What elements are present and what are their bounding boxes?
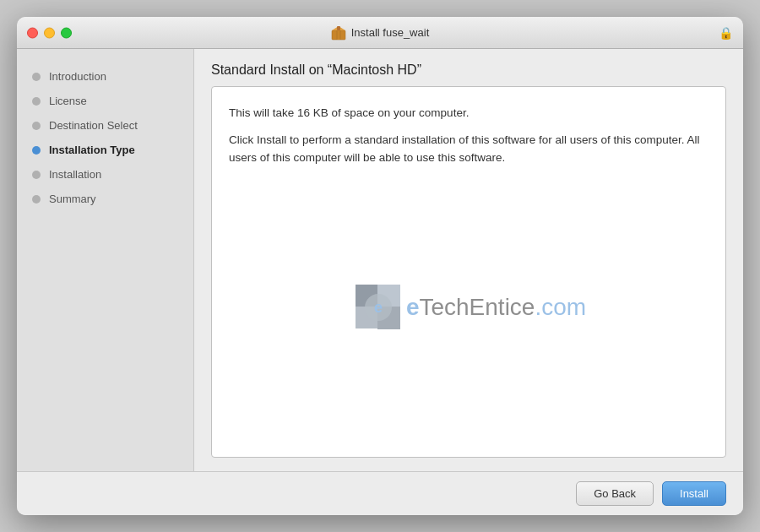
- watermark-text: eTechEntice.com: [406, 294, 586, 321]
- sidebar: Introduction License Destination Select …: [17, 49, 194, 471]
- sidebar-item-destination-select[interactable]: Destination Select: [17, 115, 193, 136]
- description-line2: Click Install to perform a standard inst…: [229, 131, 708, 167]
- maximize-button[interactable]: [61, 27, 72, 38]
- section-title: Standard Install on “Macintosh HD”: [211, 62, 726, 78]
- sidebar-label-destination-select: Destination Select: [49, 119, 138, 132]
- installer-window: Install fuse_wait 🔒 Introduction License…: [17, 17, 743, 515]
- sidebar-label-introduction: Introduction: [49, 70, 106, 83]
- window-title: Install fuse_wait: [351, 26, 430, 39]
- main-panel: Standard Install on “Macintosh HD” This …: [194, 49, 743, 471]
- install-button[interactable]: Install: [662, 481, 726, 506]
- window-content: Introduction License Destination Select …: [17, 49, 743, 471]
- sidebar-label-license: License: [49, 95, 87, 107]
- svg-text:e: e: [374, 299, 383, 316]
- watermark-area: e eTechEntice.com: [229, 176, 708, 440]
- svg-rect-3: [337, 26, 340, 30]
- sidebar-item-introduction[interactable]: Introduction: [17, 66, 193, 87]
- description-line1: This will take 16 KB of space on your co…: [229, 104, 469, 122]
- footer: Go Back Install: [17, 471, 743, 515]
- title-bar: Install fuse_wait 🔒: [17, 17, 743, 49]
- sidebar-bullet-destination-select: [32, 122, 41, 130]
- watermark-logo: e eTechEntice.com: [351, 280, 586, 335]
- install-box: This will take 16 KB of space on your co…: [211, 86, 726, 458]
- svg-rect-4: [337, 30, 340, 40]
- package-icon: [331, 25, 346, 41]
- sidebar-bullet-introduction: [32, 73, 41, 81]
- sidebar-label-summary: Summary: [49, 193, 96, 205]
- sidebar-item-summary[interactable]: Summary: [17, 188, 193, 209]
- tech-entice-label: eTechEntice.com: [406, 294, 586, 321]
- traffic-lights: [27, 27, 72, 38]
- sidebar-label-installation: Installation: [49, 168, 101, 181]
- sidebar-bullet-summary: [32, 195, 41, 204]
- go-back-button[interactable]: Go Back: [576, 481, 654, 506]
- sidebar-bullet-installation-type: [32, 146, 41, 155]
- title-bar-content: Install fuse_wait: [331, 25, 430, 41]
- lock-icon: 🔒: [719, 26, 733, 40]
- techentice-logo-icon: e: [351, 280, 406, 335]
- sidebar-bullet-installation: [32, 171, 41, 179]
- sidebar-bullet-license: [32, 97, 41, 106]
- sidebar-item-installation[interactable]: Installation: [17, 164, 193, 185]
- close-button[interactable]: [27, 27, 38, 38]
- sidebar-item-license[interactable]: License: [17, 90, 193, 111]
- minimize-button[interactable]: [44, 27, 55, 38]
- sidebar-item-installation-type[interactable]: Installation Type: [17, 139, 193, 160]
- sidebar-label-installation-type: Installation Type: [49, 144, 135, 156]
